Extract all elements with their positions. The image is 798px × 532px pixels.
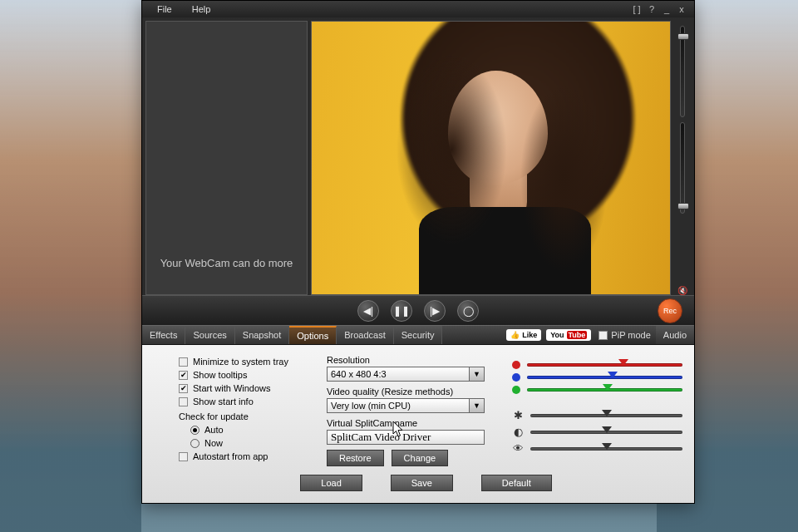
tab-security[interactable]: Security (394, 326, 443, 344)
cb-minimize[interactable] (179, 357, 188, 367)
prev-button[interactable]: ◀| (357, 300, 379, 322)
pip-checkbox[interactable] (598, 331, 608, 340)
thumbs-up-icon: 👍 (510, 331, 520, 339)
slider-green[interactable] (512, 386, 682, 394)
cb-startwin[interactable]: ✔ (179, 384, 188, 393)
check-for-update-label: Check for update (179, 411, 312, 421)
quality-label: Video quality (Resize methods) (327, 387, 497, 397)
tab-effects[interactable]: Effects (142, 326, 185, 344)
tab-broadcast[interactable]: Broadcast (337, 326, 394, 344)
load-button[interactable]: Load (300, 475, 362, 491)
menu-file[interactable]: File (147, 4, 182, 14)
titlebar-bracket-icon[interactable]: [ ] (629, 4, 644, 14)
youtube-button[interactable]: YouTube (546, 329, 591, 341)
pause-button[interactable]: ❚❚ (391, 300, 412, 322)
tagline-text: Your WebCam can do more (160, 257, 293, 269)
slider-brightness[interactable]: ✱ (512, 409, 682, 421)
slider-gamma[interactable]: 👁 (512, 442, 682, 455)
virtual-name-label: Virtual SplitCam name (327, 418, 497, 428)
tab-snapshot[interactable]: Snapshot (235, 326, 289, 344)
adjust-icon: ✱ (512, 409, 524, 421)
rb-auto[interactable] (190, 426, 200, 435)
snapshot-button[interactable]: ◯ (457, 300, 479, 322)
virtual-name-input[interactable]: SplitCam Video Driver (327, 430, 485, 445)
resolution-combo[interactable]: 640 x 480 4:3 ▼ (327, 367, 485, 382)
effects-list-panel: Your WebCam can do more (145, 21, 308, 295)
video-preview (311, 21, 671, 295)
zoom-slider-top[interactable] (680, 26, 685, 117)
titlebar-minimize-icon[interactable]: _ (659, 4, 674, 14)
record-button[interactable]: Rec (658, 298, 682, 323)
chevron-down-icon: ▼ (469, 399, 484, 412)
transport-bar: ◀| ❚❚ |▶ ◯ Rec (142, 295, 694, 325)
rb-now[interactable] (190, 439, 200, 448)
color-dot-icon (512, 386, 520, 394)
titlebar-close-icon[interactable]: x (674, 4, 689, 14)
zoom-slider-bottom[interactable] (680, 122, 685, 214)
cb-autostart[interactable] (179, 452, 188, 461)
tab-audio[interactable]: Audio (656, 326, 694, 344)
splitcam-window: File Help [ ] ? _ x Your WebCam can do m… (141, 0, 695, 504)
desktop-wallpaper-left (0, 0, 141, 532)
change-button[interactable]: Change (392, 450, 449, 466)
menu-help[interactable]: Help (182, 4, 221, 14)
adjust-icon: 👁 (512, 442, 524, 455)
menubar: File Help [ ] ? _ x (142, 1, 694, 17)
like-button[interactable]: 👍 Like (506, 329, 541, 341)
color-dot-icon (512, 373, 520, 382)
cb-tooltips[interactable]: ✔ (179, 371, 188, 380)
pip-label: PiP mode (611, 330, 651, 340)
resolution-label: Resolution (327, 355, 497, 365)
quality-combo[interactable]: Very low (min CPU) ▼ (327, 398, 485, 413)
titlebar-help-icon[interactable]: ? (644, 4, 659, 14)
tab-options[interactable]: Options (289, 326, 337, 344)
save-button[interactable]: Save (391, 475, 453, 491)
cb-startinfo[interactable] (179, 397, 188, 406)
slider-blue[interactable] (512, 373, 682, 382)
color-dot-icon (512, 361, 520, 369)
slider-contrast[interactable]: ◐ (512, 426, 682, 438)
tab-sources[interactable]: Sources (185, 326, 234, 344)
slider-red[interactable] (512, 361, 682, 369)
restore-button[interactable]: Restore (327, 450, 384, 466)
speaker-icon[interactable]: 🔇 (677, 286, 687, 295)
options-panel: Minimize to system tray ✔Show tooltips ✔… (142, 345, 694, 503)
adjust-icon: ◐ (512, 426, 524, 438)
chevron-down-icon: ▼ (469, 367, 484, 381)
tab-bar: Effects Sources Snapshot Options Broadca… (142, 325, 694, 345)
next-button[interactable]: |▶ (424, 300, 446, 322)
